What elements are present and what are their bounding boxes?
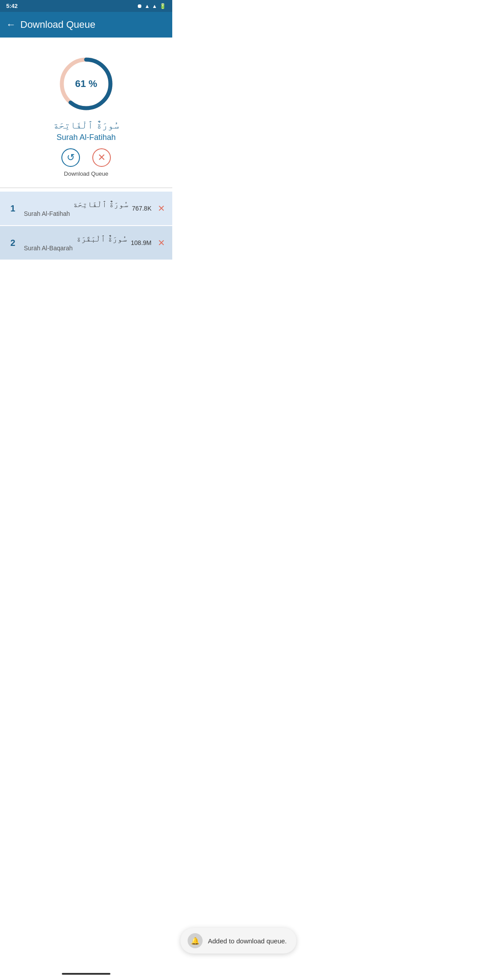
status-time: 5:42 [6,3,18,9]
refresh-icon: ↺ [67,152,75,163]
wifi-icon: ▲ [144,3,150,9]
progress-ring: 61 % [57,55,115,113]
page-title: Download Queue [20,19,95,30]
queue-item-1: 1 سُورَةٌ ٱلْفَاتِحَة Surah Al-Fatihah 7… [0,192,172,225]
status-bar: 5:42 ⏺ ▲ ▲ 🔋 [0,0,172,12]
battery-icon: 🔋 [159,3,166,9]
main-content: 61 % سُورَةٌ ٱلْفَاتِحَة Surah Al-Fatiha… [0,38,172,260]
toolbar: ← Download Queue [0,12,172,38]
current-surah-arabic: سُورَةٌ ٱلْفَاتِحَة [53,120,119,131]
back-button[interactable]: ← [6,19,16,30]
action-section-label: Download Queue [64,170,108,177]
item-size-1: 767.8K [132,205,151,212]
item-size-2: 108.9M [131,239,151,246]
item-latin-1: Surah Al-Fatihah [24,210,129,217]
queue-item-2: 2 سُورَةٌ ٱلْبَقَرَة Surah Al-Baqarah 10… [0,226,172,260]
item-latin-2: Surah Al-Baqarah [24,245,127,252]
item-arabic-2: سُورَةٌ ٱلْبَقَرَة [24,234,127,244]
item-arabic-1: سُورَةٌ ٱلْفَاتِحَة [24,200,129,209]
item-number-2: 2 [5,238,20,248]
queue-list: 1 سُورَةٌ ٱلْفَاتِحَة Surah Al-Fatihah 7… [0,192,172,260]
item-text-2: سُورَةٌ ٱلْبَقَرَة Surah Al-Baqarah [20,234,131,252]
current-surah-latin: Surah Al-Fatihah [57,133,116,142]
signal-icon: ▲ [152,3,157,9]
divider [0,188,172,188]
back-arrow-icon: ← [6,19,16,30]
item-text-1: سُورَةٌ ٱلْفَاتِحَة Surah Al-Fatihah [20,200,132,217]
status-icons: ⏺ ▲ ▲ 🔋 [137,3,166,9]
progress-text: 61 % [75,78,97,90]
record-icon: ⏺ [137,3,142,9]
close-icon: ✕ [98,152,106,163]
refresh-button[interactable]: ↺ [61,148,80,167]
cancel-button[interactable]: ✕ [92,148,111,167]
item-number-1: 1 [5,204,20,214]
remove-item-1-button[interactable]: ✕ [156,201,167,215]
progress-section: 61 % سُورَةٌ ٱلْفَاتِحَة Surah Al-Fatiha… [0,46,172,184]
remove-item-2-button[interactable]: ✕ [156,236,167,250]
action-row: ↺ ✕ [61,148,111,167]
